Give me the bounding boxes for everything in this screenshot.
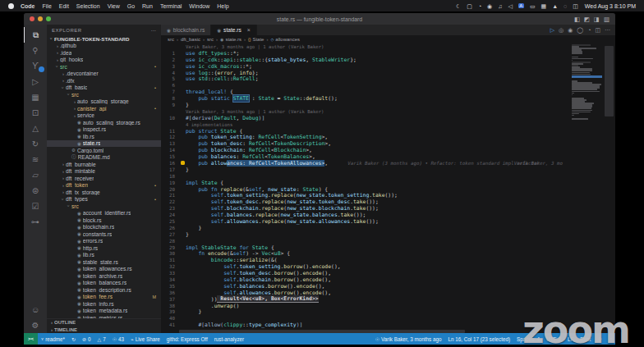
tree-item-dft_burnable[interactable]: ›dft_burnable xyxy=(47,161,161,168)
code-line-8[interactable]: 8 pub static STATE : State = State::defa… xyxy=(161,95,615,102)
breadcrumb-item-dft_basic[interactable]: dft_basic xyxy=(181,37,200,42)
errors-status[interactable]: ⊘0 xyxy=(79,333,94,345)
code-line-39[interactable]: 39 } xyxy=(161,309,615,316)
toggle-panel-icon[interactable]: ◩ xyxy=(584,16,590,23)
indentation-status[interactable]: Spaces: 4 xyxy=(513,333,543,345)
code-line-23[interactable]: 23 self.blockchain.replace(new_state.blo… xyxy=(161,205,615,212)
docker-icon[interactable]: ≋ xyxy=(24,152,47,167)
code-line-31[interactable]: 31 bincode::serialize(&( xyxy=(161,257,615,263)
tree-item-block.rs[interactable]: ◉block.rs xyxy=(47,217,161,224)
tree-item-lib.rs[interactable]: ◉lib.rs xyxy=(47,133,161,140)
wifi-icon[interactable]: ▲ xyxy=(552,3,558,9)
vertical-scrollbar[interactable] xyxy=(605,46,614,116)
battery-icon[interactable]: ▭ xyxy=(530,3,536,9)
tree-item-inspect.rs[interactable]: ◉inspect.rs xyxy=(47,126,161,134)
tree-item-dft_types[interactable]: ›dft_types• xyxy=(47,196,161,203)
live-share-icon[interactable]: ⊶ xyxy=(24,214,47,230)
tree-item-dft_token[interactable]: ›dft_token• xyxy=(47,182,161,189)
tree-item-Cargo.toml[interactable]: ⚙Cargo.toml xyxy=(47,147,161,154)
menu-item-window[interactable]: Window xyxy=(189,3,209,9)
code-line-29[interactable]: 29impl StableState for State { xyxy=(161,244,615,251)
run-and-debug-icon[interactable]: ▷ xyxy=(24,74,47,89)
tree-item-errors.rs[interactable]: ◉errors.rs xyxy=(47,238,161,245)
tree-item-token_info.rs[interactable]: ◉token_info.rs xyxy=(47,300,161,308)
code-line-30[interactable]: 30 fn encode(&self) -> Vec<u8> { xyxy=(161,251,615,258)
previous-change-icon[interactable]: ◉ xyxy=(568,27,573,34)
code-line-33[interactable]: 33 self.token_desc.borrow().encode(), xyxy=(161,270,615,276)
code-line-14[interactable]: 14 pub blockchain: RefCell<Blockchain>, xyxy=(161,147,615,153)
warnings-status[interactable]: △7 xyxy=(94,333,109,345)
tree-item-auto_scaling_storage[interactable]: ›auto_scaling_storage xyxy=(47,98,161,106)
code-line-15[interactable]: 15 pub balances: RefCell<TokenBalances>, xyxy=(161,153,615,160)
database-icon[interactable]: ⊜ xyxy=(24,183,47,199)
tab-state.rs[interactable]: ◉state.rs× xyxy=(211,25,257,35)
tree-item-token_metrics.rs[interactable]: ◉token_metrics.rs xyxy=(47,314,161,318)
code-line-10[interactable]: 10#[derive(Default, Debug)] xyxy=(161,115,615,121)
input-source-icon[interactable]: A xyxy=(518,3,524,8)
next-change-icon[interactable]: ◯ xyxy=(577,27,583,34)
githd-status[interactable]: githd: Express Off xyxy=(163,333,211,345)
sync-status[interactable]: ↻ xyxy=(68,333,79,345)
tree-item-src[interactable]: ›src xyxy=(47,203,161,210)
tree-item-blockchain.rs[interactable]: ◉blockchain.rs xyxy=(47,224,161,231)
code-line-13[interactable]: 13 pub token_desc: RefCell<TokenDescript… xyxy=(161,140,615,147)
todo-icon[interactable]: ☑ xyxy=(24,199,47,214)
apple-icon[interactable] xyxy=(8,3,14,9)
tree-root[interactable]: ›FUNGIBLE-TOKEN-STANDARD xyxy=(47,35,161,43)
spotlight-icon[interactable]: ◌ xyxy=(564,3,567,9)
explorer-more-actions-icon[interactable]: ⋯ xyxy=(151,27,157,33)
source-control-icon[interactable]: ϒ xyxy=(24,58,47,74)
code-line-25[interactable]: 25 self.allowances.replace(new_state.all… xyxy=(161,218,615,225)
tree-item-dft_receiver[interactable]: ›dft_receiver xyxy=(47,175,161,182)
tree-item-token_description.rs[interactable]: ◉token_description.rs xyxy=(47,286,161,294)
moon-icon[interactable]: ☾ xyxy=(456,3,461,9)
tree-item-token_balances.rs[interactable]: ◉token_balances.rs xyxy=(47,280,161,287)
code-line-26[interactable]: 26 } xyxy=(161,225,615,231)
code-line-17[interactable]: 17} xyxy=(161,167,615,173)
tree-item-token_allowances.rs[interactable]: ◉token_allowances.rs xyxy=(47,266,161,273)
code-line-40[interactable]: 40 xyxy=(161,315,615,322)
code-line-21[interactable]: 21 self.token_setting.replace(new_state.… xyxy=(161,192,615,199)
feedback-status[interactable]: ☺ xyxy=(594,333,605,345)
toggle-sidebar-icon[interactable]: ◧ xyxy=(574,16,580,23)
notifications-status[interactable]: ◔ xyxy=(605,333,615,345)
hints-status[interactable]: ☉43 xyxy=(109,333,127,345)
breadcrumb-item-src[interactable]: src xyxy=(168,37,174,42)
menu-item-go[interactable]: Go xyxy=(127,3,135,9)
code-line-34[interactable]: 34 self.blockchain.borrow().encode(), xyxy=(161,276,615,283)
menu-item-file[interactable]: File xyxy=(43,3,52,9)
volume-icon[interactable]: ◁ xyxy=(508,3,512,9)
minimize-window-button[interactable] xyxy=(38,16,43,21)
menu-item-edit[interactable]: Edit xyxy=(59,3,69,9)
tree-item-token_archive.rs[interactable]: ◉token_archive.rs xyxy=(47,272,161,280)
customize-layout-icon[interactable]: ▥ xyxy=(604,16,610,23)
tree-item-git_hooks[interactable]: ›git_hooks xyxy=(47,57,161,64)
tree-item-dft_basic[interactable]: ›dft_basic• xyxy=(47,84,161,92)
eol-status[interactable]: LF xyxy=(564,333,577,345)
code-line-20[interactable]: 20 pub fn replace(&self, new_state: Stat… xyxy=(161,186,615,193)
menu-item-help[interactable]: Help xyxy=(217,3,228,9)
code-line-18[interactable]: 18 xyxy=(161,173,615,180)
settings-gear-icon[interactable]: ⚙ xyxy=(24,317,47,333)
tab-blockchain.rs[interactable]: ◉blockchain.rs xyxy=(161,25,211,35)
horizontal-scrollbar[interactable] xyxy=(179,330,465,333)
breadcrumb-item-allowances[interactable]: ◇allowances xyxy=(270,37,300,42)
tree-item-canister_api[interactable]: ›canister_api• xyxy=(47,105,161,112)
explorer-icon[interactable]: ⧉ xyxy=(24,27,47,43)
code-line-22[interactable]: 22 self.token_desc.replace(new_state.tok… xyxy=(161,199,615,205)
tree-item-lib.rs[interactable]: ◉lib.rs xyxy=(47,252,161,259)
zoom-window-button[interactable] xyxy=(46,16,51,21)
tree-item-.dfx[interactable]: ›.dfx xyxy=(47,77,161,84)
live-share-status[interactable]: ⌁Live Share xyxy=(127,333,163,345)
toggle-secondary-sidebar-icon[interactable]: ◨ xyxy=(594,16,600,23)
rust-analyzer-status[interactable]: rust-analyzer xyxy=(211,333,247,345)
remote-indicator[interactable]: >< xyxy=(24,333,38,345)
tree-item-http.rs[interactable]: ◉http.rs xyxy=(47,244,161,252)
code-line-16[interactable]: 16 pub allowances: RefCell<TokenAllowanc… xyxy=(161,160,615,167)
code-line-3[interactable]: 3use ic_cdk_macros::*; xyxy=(161,63,615,70)
code-line-6[interactable]: 6 xyxy=(161,82,615,89)
codelens[interactable]: Varik Baker, 3 months ago | 1 author (Va… xyxy=(161,43,615,50)
code-line-24[interactable]: 24 self.balances.replace(new_state.balan… xyxy=(161,212,615,218)
code-line-7[interactable]: 7thread_local! { xyxy=(161,89,615,95)
close-window-button[interactable] xyxy=(30,16,34,21)
